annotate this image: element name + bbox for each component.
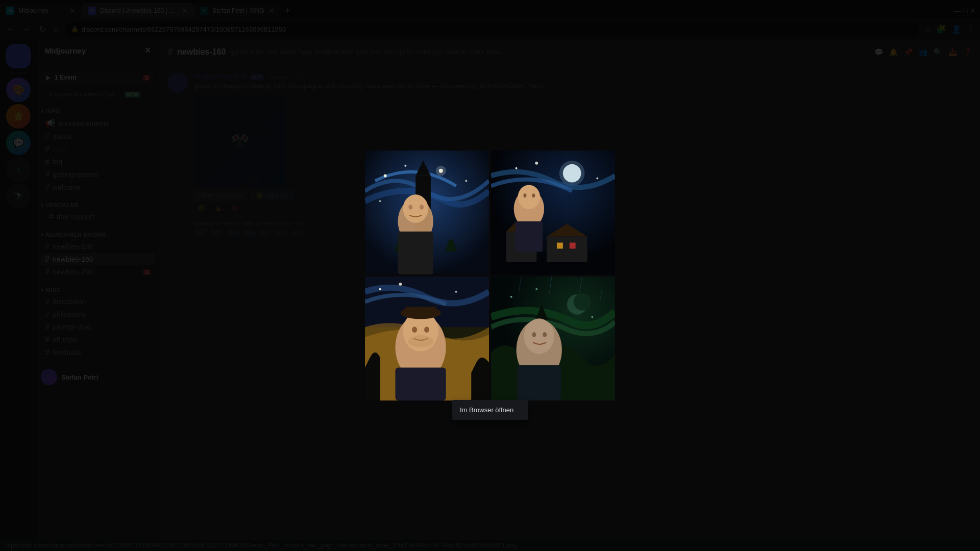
- svg-point-13: [420, 205, 424, 210]
- grid-image-3[interactable]: [365, 277, 489, 400]
- context-menu: Im Browser öffnen: [452, 400, 528, 420]
- vangogh-svg-2: [491, 151, 615, 274]
- overlay-container: Im Browser öffnen: [365, 151, 615, 400]
- svg-point-57: [543, 332, 547, 337]
- svg-point-36: [455, 291, 457, 293]
- svg-point-44: [408, 335, 433, 347]
- svg-point-43: [424, 327, 429, 333]
- image-grid: [365, 151, 615, 400]
- svg-rect-29: [516, 221, 543, 252]
- svg-point-6: [436, 166, 446, 176]
- svg-rect-55: [518, 365, 561, 400]
- svg-point-10: [403, 194, 428, 223]
- svg-point-35: [399, 283, 402, 286]
- svg-rect-40: [405, 307, 436, 317]
- svg-point-1: [384, 174, 387, 178]
- svg-point-54: [524, 318, 554, 354]
- svg-rect-22: [547, 237, 587, 262]
- svg-rect-26: [570, 243, 576, 249]
- svg-point-2: [404, 165, 406, 167]
- vangogh-svg-1: [365, 151, 489, 274]
- svg-point-19: [596, 178, 598, 180]
- svg-point-17: [516, 167, 518, 169]
- svg-point-4: [465, 180, 467, 182]
- svg-rect-25: [557, 243, 563, 249]
- svg-rect-41: [396, 368, 446, 400]
- context-menu-item-open-browser[interactable]: Im Browser öffnen: [452, 402, 528, 418]
- svg-rect-11: [398, 232, 433, 274]
- svg-point-30: [523, 193, 526, 197]
- vangogh-svg-3: [365, 277, 489, 400]
- svg-point-31: [532, 193, 535, 197]
- svg-point-49: [535, 288, 537, 290]
- svg-point-47: [574, 293, 591, 311]
- image-overlay[interactable]: Im Browser öffnen: [0, 0, 980, 551]
- svg-point-34: [379, 288, 381, 290]
- grid-image-1[interactable]: [365, 151, 489, 274]
- context-menu-container: Im Browser öffnen: [452, 400, 528, 420]
- svg-point-16: [559, 161, 585, 186]
- svg-point-5: [379, 200, 381, 202]
- vangogh-svg-4: [491, 277, 615, 400]
- svg-point-28: [518, 185, 541, 209]
- svg-point-18: [535, 162, 538, 165]
- grid-image-4[interactable]: [491, 277, 615, 400]
- svg-point-56: [532, 332, 536, 337]
- svg-point-42: [412, 327, 417, 333]
- grid-image-2[interactable]: [491, 151, 615, 274]
- svg-point-48: [510, 296, 512, 298]
- svg-point-12: [408, 205, 412, 210]
- svg-point-50: [591, 316, 593, 318]
